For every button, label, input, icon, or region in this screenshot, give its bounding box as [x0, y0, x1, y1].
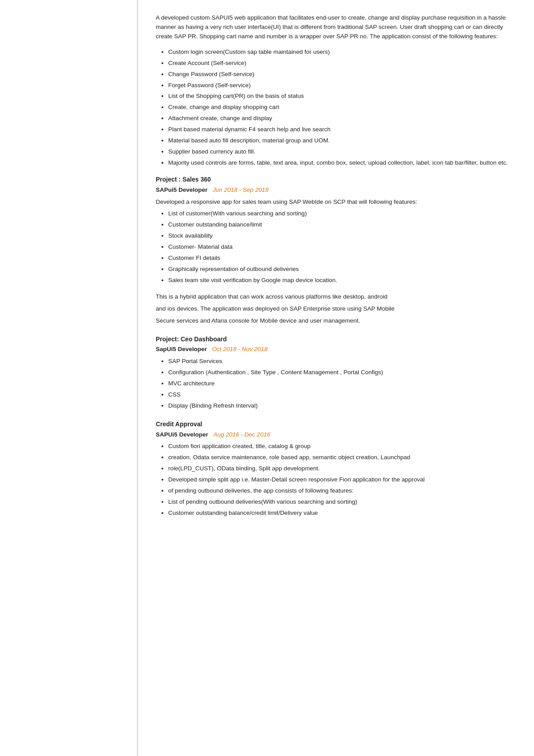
project-credit-title: Credit Approval: [156, 420, 516, 429]
project-sales360-title: Project : Sales 360: [156, 175, 516, 185]
project-credit-approval: Credit Approval SAPUi5 Developer Aug 201…: [156, 420, 516, 518]
project-sales360-date: Jun 2018 - Sep 2018: [213, 186, 268, 193]
list-item: Graphically representation of outbound d…: [168, 265, 516, 274]
list-item: Forget Password (Self-service): [168, 81, 516, 90]
list-item: Change Password (Self-service): [168, 70, 516, 79]
project-ceo-role: SapUi5 Developer: [156, 346, 207, 352]
project-sales360-extra: This is a hybrid application that can wo…: [156, 292, 516, 326]
project-sales360-desc: Developed a responsive app for sales tea…: [156, 198, 516, 207]
project-credit-features: Custom fiori application created, title,…: [156, 442, 516, 517]
list-item: Custom fiori application created, title,…: [168, 442, 516, 451]
list-item: Stock availability: [168, 231, 516, 241]
list-item: CSS: [168, 390, 516, 400]
list-item: Custom login screen(Custom sap table mai…: [168, 48, 516, 57]
list-item: Material based auto fill description, ma…: [168, 136, 516, 146]
list-item: MVC architecture: [168, 379, 516, 388]
extra-text: Secure services and Afaria console for M…: [156, 316, 516, 326]
extra-text: This is a hybrid application that can wo…: [156, 292, 516, 302]
list-item: Customer outstanding balance/limit: [168, 220, 516, 230]
project-ceo-date: Oct 2018 - Nov 2018: [212, 346, 268, 352]
project-ceo-features: SAP Portal ServicesConfiguration (Authen…: [156, 357, 516, 411]
list-item: Sales team site visit verification by Go…: [168, 276, 516, 285]
list-item: Customer outstanding balance/credit limi…: [168, 509, 516, 518]
list-item: Attachment create, change and display: [168, 114, 516, 123]
project-credit-role: SAPUi5 Developer: [156, 431, 208, 438]
list-item: SAP Portal Services: [168, 357, 516, 366]
left-sidebar: [0, 0, 138, 756]
list-item: Create Account (Self-service): [168, 59, 516, 68]
project-credit-role-line: SAPUi5 Developer Aug 2016 - Dec 2016: [156, 430, 516, 440]
list-item: Customer FI details: [168, 254, 516, 263]
list-item: creation, Odata service maintenance, rol…: [168, 453, 516, 462]
project-sales360-role: SAPui5 Developer: [156, 186, 207, 193]
project-sales360: Project : Sales 360 SAPui5 Developer Jun…: [156, 175, 516, 326]
project-ceo-dashboard: Project: Ceo Dashboard SapUi5 Developer …: [156, 335, 516, 411]
intro-features-list: Custom login screen(Custom sap table mai…: [156, 48, 516, 168]
list-item: Display (Binding Refresh Interval): [168, 401, 516, 411]
list-item: role(LPD_CUST), OData binding, Split app…: [168, 464, 516, 473]
main-content: A developed custom SAPUI5 web applicatio…: [138, 0, 534, 756]
list-item: Create, change and display shopping cart: [168, 103, 516, 112]
project-credit-date: Aug 2016 - Dec 2016: [214, 431, 271, 438]
list-item: of pending outbound deliveries, the app …: [168, 486, 516, 496]
project-ceo-title: Project: Ceo Dashboard: [156, 335, 516, 344]
list-item: Configuration (Authentication , Site Typ…: [168, 368, 516, 377]
intro-paragraph: A developed custom SAPUI5 web applicatio…: [156, 13, 516, 41]
list-item: List of the Shopping cart(PR) on the bas…: [168, 92, 516, 101]
list-item: Majority used controls are forms, table,…: [168, 158, 516, 168]
project-sales360-role-line: SAPui5 Developer Jun 2018 - Sep 2018: [156, 186, 516, 195]
project-ceo-role-line: SapUi5 Developer Oct 2018 - Nov 2018: [156, 345, 516, 354]
list-item: List of pending outbound deliveries(With…: [168, 497, 516, 507]
list-item: List of customer(With various searching …: [168, 209, 516, 218]
list-item: Supplier based currency auto fill.: [168, 147, 516, 157]
list-item: Customer- Material data: [168, 243, 516, 252]
list-item: Plant based material dynamic F4 search h…: [168, 125, 516, 134]
page-container: A developed custom SAPUI5 web applicatio…: [0, 0, 534, 756]
list-item: Developed simple split app i.e. Master-D…: [168, 475, 516, 485]
extra-text: and ios devices. The application was dep…: [156, 304, 516, 314]
project-sales360-features: List of customer(With various searching …: [156, 209, 516, 285]
